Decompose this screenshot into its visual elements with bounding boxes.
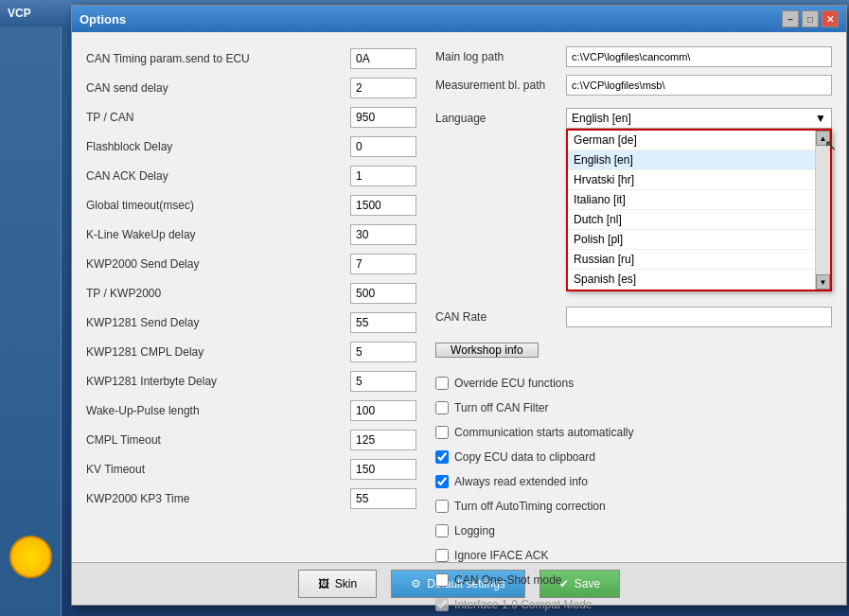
main-log-row: Main log path [435, 46, 832, 67]
checkbox-oneshot[interactable] [435, 573, 449, 587]
checkbox-label-iface: Ignore IFACE ACK [454, 549, 548, 562]
field-label-2: TP / CAN [86, 111, 343, 124]
checkbox-turn-off-can[interactable] [435, 401, 449, 414]
lang-option-hr[interactable]: Hrvatski [hr] [568, 170, 830, 190]
checkbox-row-comms: Communication starts automatically [435, 422, 832, 443]
checkbox-ignore-iface[interactable] [435, 549, 449, 562]
field-label-9: KWP1281 Send Delay [86, 316, 343, 329]
field-input-3[interactable] [350, 136, 416, 157]
form-row: CAN Timing param.send to ECU [86, 46, 416, 71]
language-dropdown: German [de] English [en] Hrvatski [hr] I… [566, 129, 832, 291]
can-rate-label: CAN Rate [435, 310, 558, 324]
scroll-down-btn[interactable]: ▼ [816, 274, 830, 290]
field-input-0[interactable] [350, 48, 416, 69]
field-label-1: CAN send delay [86, 81, 343, 95]
checkbox-label-canfilter: Turn off CAN Filter [454, 401, 548, 414]
field-label-5: Global timeout(msec) [86, 199, 343, 212]
scroll-up-btn[interactable]: ▲ [816, 131, 830, 146]
right-panel: Main log path Measurement bl. path Langu… [435, 46, 832, 548]
checkbox-extended-info[interactable] [435, 475, 449, 488]
field-label-8: TP / KWP2000 [86, 287, 343, 300]
form-row: TP / KWP2000 [86, 281, 416, 306]
close-button[interactable]: ✕ [822, 10, 839, 27]
checkbox-row-override: Override ECU functions [435, 373, 832, 394]
field-input-7[interactable] [350, 254, 416, 274]
checkbox-row-iface: Ignore IFACE ACK [435, 545, 832, 566]
lang-option-it[interactable]: Italiano [it] [568, 190, 830, 210]
checkbox-autotiming[interactable] [435, 500, 449, 513]
field-label-4: CAN ACK Delay [86, 169, 343, 183]
minimize-button[interactable]: – [782, 10, 799, 27]
checkbox-label-override: Override ECU functions [454, 377, 574, 390]
field-label-3: Flashblock Delay [86, 140, 343, 153]
field-input-4[interactable] [350, 166, 416, 186]
checkbox-row-compat: Interface 1.0 Compat Mode [435, 594, 832, 615]
titlebar-controls: – □ ✕ [782, 10, 839, 27]
workshop-info-button[interactable]: Workshop info [435, 343, 538, 358]
form-row: KWP2000 Send Delay [86, 252, 416, 276]
language-scrollbar[interactable]: ▲ ▼ [815, 131, 830, 290]
checkbox-row-autotiming: Turn off AutoTiming correction [435, 496, 832, 517]
checkbox-label-copy: Copy ECU data to clipboard [454, 450, 595, 464]
main-log-label: Main log path [435, 50, 558, 63]
checkbox-row-logging: Logging [435, 520, 832, 541]
maximize-button[interactable]: □ [802, 10, 819, 27]
checkbox-label-extended: Always read extended info [454, 475, 588, 488]
field-label-15: KWP2000 KP3 Time [86, 492, 343, 505]
lang-option-de[interactable]: German [de] [568, 131, 830, 150]
options-dialog: Options – □ ✕ CAN Timing param.send to E… [71, 5, 847, 606]
lang-option-nl[interactable]: Dutch [nl] [568, 210, 830, 230]
lang-option-pl[interactable]: Polish [pl] [568, 230, 830, 250]
field-label-11: KWP1281 Interbyte Delay [86, 375, 343, 388]
checkbox-comms-auto[interactable] [435, 426, 449, 439]
lang-option-en[interactable]: English [en] [568, 150, 830, 170]
dropdown-arrow-icon: ▼ [815, 112, 826, 125]
form-row: CAN ACK Delay [86, 164, 416, 188]
language-selected-value: English [en] [572, 112, 631, 125]
language-label: Language [435, 112, 558, 125]
lang-option-es[interactable]: Spanish [es] [568, 270, 830, 290]
language-select[interactable]: English [en] ▼ [566, 108, 832, 129]
checkbox-label-oneshot: CAN One-Shot mode [454, 573, 561, 587]
language-options-list: German [de] English [en] Hrvatski [hr] I… [568, 131, 830, 290]
field-label-10: KWP1281 CMPL Delay [86, 345, 343, 359]
field-label-14: KV Timeout [86, 463, 343, 476]
field-input-1[interactable] [350, 78, 416, 98]
field-input-9[interactable] [350, 312, 416, 333]
field-input-2[interactable] [350, 107, 416, 128]
lang-option-ru[interactable]: Russian [ru] [568, 250, 830, 270]
field-input-5[interactable] [350, 195, 416, 216]
field-input-14[interactable] [350, 459, 416, 480]
field-label-12: Wake-Up-Pulse length [86, 404, 343, 417]
field-input-6[interactable] [350, 224, 416, 245]
measurement-row: Measurement bl. path [435, 75, 832, 96]
checkbox-label-compat: Interface 1.0 Compat Mode [454, 598, 592, 611]
field-input-12[interactable] [350, 400, 416, 421]
language-row: Language English [en] ▼ German [de] Engl… [435, 108, 832, 129]
form-row: Flashblock Delay [86, 134, 416, 159]
skin-button[interactable]: 🖼 Skin [298, 570, 377, 598]
field-label-13: CMPL Timeout [86, 433, 343, 447]
checkbox-logging[interactable] [435, 524, 449, 537]
main-log-input[interactable] [566, 46, 832, 67]
checkbox-row-canfilter: Turn off CAN Filter [435, 397, 832, 418]
field-input-13[interactable] [350, 430, 416, 450]
checkbox-copy-ecu[interactable] [435, 450, 449, 464]
checkbox-row-extended: Always read extended info [435, 471, 832, 492]
field-label-7: KWP2000 Send Delay [86, 257, 343, 271]
field-input-15[interactable] [350, 488, 416, 509]
form-row: KWP1281 CMPL Delay [86, 340, 416, 364]
checkbox-label-logging: Logging [454, 524, 495, 537]
checkbox-row-copy: Copy ECU data to clipboard [435, 447, 832, 467]
field-input-11[interactable] [350, 371, 416, 392]
field-input-8[interactable] [350, 283, 416, 304]
checkbox-row-oneshot: CAN One-Shot mode [435, 570, 832, 590]
measurement-input[interactable] [566, 75, 832, 96]
checkbox-label-autotiming: Turn off AutoTiming correction [454, 500, 606, 513]
checkbox-override-ecu[interactable] [435, 377, 449, 390]
field-input-10[interactable] [350, 342, 416, 362]
form-row: KWP1281 Send Delay [86, 310, 416, 335]
checkbox-compat-mode[interactable] [435, 598, 449, 611]
form-row: K-Line WakeUp delay [86, 222, 416, 247]
can-rate-input[interactable] [566, 307, 832, 327]
